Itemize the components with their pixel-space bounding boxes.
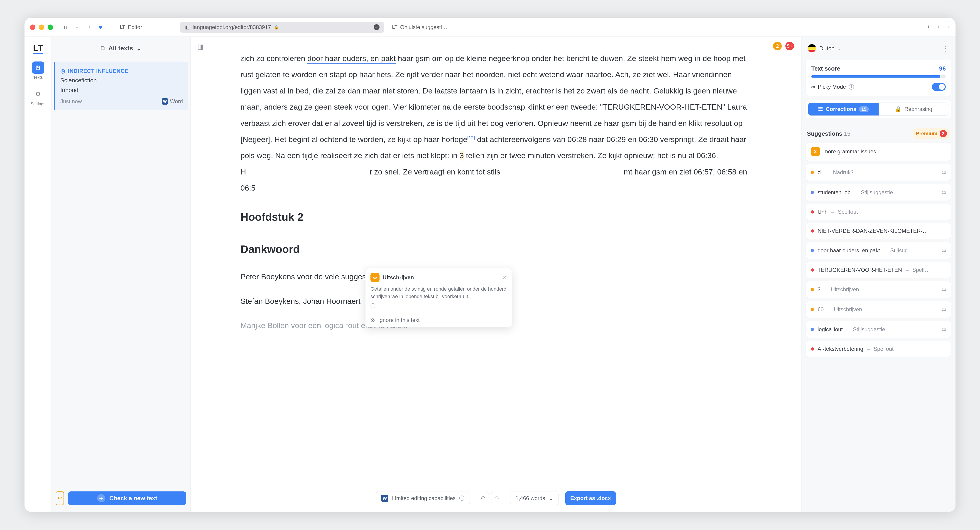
suggestion-text: Uhh: [818, 209, 827, 215]
picky-toggle[interactable]: [932, 83, 946, 91]
browser-window: ◧ ⌄ 〈 ⬢ LT Editor ◧ languagetool.org/edi…: [24, 18, 956, 512]
titlebar: ◧ ⌄ 〈 ⬢ LT Editor ◧ languagetool.org/edi…: [24, 18, 956, 37]
chevron-down-icon: ⌄: [136, 45, 141, 52]
export-button[interactable]: Export as .docx: [565, 491, 616, 505]
mode-tabs: ☰ Corrections 15 🔒 Rephrasing: [808, 103, 949, 116]
popover-footer[interactable]: ⊘ Ignore in this text: [366, 313, 512, 327]
suggestion-text: NIET-VERDER-DAN-ZEVEN-KILOMETER-…: [818, 228, 928, 234]
new-text-label: Check a new text: [109, 495, 157, 502]
tab-other[interactable]: LT Onjuiste suggesti…: [387, 22, 452, 33]
toolbar-right: ⤓ ⇪ ＋: [927, 25, 950, 30]
suggestion-item[interactable]: TERUGKEREN-VOOR-HET-ETEN – Spelf…: [805, 262, 951, 278]
sidebar: ⧉ All texts ⌄ ◷ INDIRECT INFLUENCE Scien…: [52, 37, 191, 512]
suggestion-item[interactable]: 2more grammar issues: [805, 142, 951, 161]
sidebar-footer: Pr ＋ Check a new text: [52, 485, 190, 512]
infinity-icon: ∞: [811, 84, 815, 90]
suggestions-header: Suggestions 15 Premium 2: [807, 128, 950, 139]
premium-pill[interactable]: Premium 2: [913, 128, 950, 139]
suggestion-item[interactable]: AI-tekstverbetering – Spelfout: [805, 341, 951, 357]
app-content: LT 🗎 Texts ⚙ Settings ⧉ All texts ⌄ ◷ IN…: [24, 37, 956, 512]
new-tab-icon[interactable]: ＋: [947, 25, 950, 30]
error-count[interactable]: 9+: [785, 41, 794, 51]
tab-bar: LT Editor ◧ languagetool.org/editor/8383…: [115, 22, 916, 33]
back-icon[interactable]: 〈: [85, 23, 92, 31]
doc-title: INDIRECT INFLUENCE: [68, 68, 129, 74]
doc-meta: Just now W Word: [60, 98, 183, 105]
undo-icon[interactable]: ↶: [477, 492, 489, 505]
corrections-count: 15: [859, 106, 869, 112]
reader-icon[interactable]: ⋯: [374, 24, 380, 30]
text: r zo snel. Ze vertraagt en komt tot stil…: [369, 167, 500, 176]
tab-current[interactable]: ◧ languagetool.org/editor/8383917 🔒 ⋯: [180, 22, 384, 33]
minimize-window[interactable]: [39, 24, 44, 30]
number-issue[interactable]: 3: [460, 151, 464, 161]
close-window[interactable]: [30, 24, 35, 30]
doc-line: Sciencefiction: [60, 77, 183, 84]
premium-badge[interactable]: Pr: [56, 492, 64, 505]
limited-label: Limited editing capabilities: [392, 495, 455, 501]
undo-redo: ↶ ↷: [477, 492, 503, 505]
sidebar-toggle-icon[interactable]: ◧: [61, 23, 69, 31]
app-logo[interactable]: LT: [33, 43, 43, 53]
export-label: Export as .docx: [570, 495, 611, 501]
download-icon[interactable]: ⤓: [927, 25, 930, 30]
tab-corrections[interactable]: ☰ Corrections 15: [808, 103, 878, 116]
suggestion-item[interactable]: Uhh – Spelfout: [805, 204, 951, 220]
info-icon[interactable]: ⓘ: [371, 302, 507, 309]
sidebar-header[interactable]: ⧉ All texts ⌄: [52, 37, 190, 60]
close-icon[interactable]: ✕: [503, 274, 507, 281]
issue-count-badge: 2: [811, 147, 820, 156]
footnote-ref[interactable]: [12]: [467, 135, 475, 140]
tab-rephrasing[interactable]: 🔒 Rephrasing: [878, 103, 949, 116]
suggestion-item[interactable]: door haar ouders, en pakt – Stijlsug…∞: [805, 242, 951, 259]
severity-dot: [811, 210, 814, 213]
word-count[interactable]: 1,466 words ⌄: [510, 491, 558, 505]
suggestion-hint: Spelfout: [838, 209, 858, 215]
doc-line: Inhoud: [60, 87, 183, 94]
rail-texts[interactable]: 🗎 Texts: [30, 62, 46, 80]
suggestion-hint: Stijlsuggestie: [861, 189, 893, 196]
document-card[interactable]: ◷ INDIRECT INFLUENCE Sciencefiction Inho…: [54, 62, 188, 110]
warning-count[interactable]: 2: [773, 41, 782, 51]
separator: –: [827, 306, 830, 313]
panel-toggle-icon[interactable]: ◨: [197, 43, 204, 51]
rail-label: Texts: [33, 75, 43, 80]
ignore-icon: ⊘: [371, 317, 375, 323]
suggestion-item[interactable]: 60 – Uitschrijven∞: [805, 301, 951, 318]
redo-icon[interactable]: ↷: [491, 492, 503, 505]
shield-icon[interactable]: ⬢: [97, 23, 104, 31]
tab-editor[interactable]: LT Editor: [115, 22, 177, 33]
language-selector[interactable]: Dutch ⌄ ⋮: [805, 37, 951, 60]
suggestion-item[interactable]: logica-fout – Stijlsuggestie∞: [805, 321, 951, 338]
infinity-icon: ∞: [942, 286, 946, 293]
suggestion-item[interactable]: NIET-VERDER-DAN-ZEVEN-KILOMETER-…: [805, 223, 951, 239]
spelling-issue[interactable]: TERUGKEREN-VOOR-HET-ETEN: [603, 103, 722, 112]
suggestion-item[interactable]: 3 – Uitschrijven∞: [805, 281, 951, 298]
new-text-button[interactable]: ＋ Check a new text: [68, 492, 186, 505]
text: zich zo controleren: [240, 54, 307, 63]
doc-source: Word: [170, 98, 183, 105]
suggestion-item[interactable]: studenten-job – Stijlsuggestie∞: [805, 184, 951, 201]
suggestion-hint: Nadruk?: [833, 169, 854, 176]
style-issue[interactable]: door haar ouders, en pakt: [307, 54, 396, 64]
severity-dot: [811, 249, 814, 252]
suggestion-popover: ∞ Uitschrijven ✕ Getallen onder de twint…: [365, 268, 512, 327]
heading: Dankwoord: [240, 238, 751, 261]
word-count-label: 1,466 words: [515, 495, 545, 501]
chevron-down-icon: ⌄: [838, 46, 841, 51]
doc-title-row: ◷ INDIRECT INFLUENCE: [60, 68, 183, 74]
chevron-down-icon[interactable]: ⌄: [73, 23, 81, 31]
separator: –: [846, 326, 850, 333]
lt-favicon-icon: LT: [392, 24, 398, 30]
suggestion-text: zij: [818, 169, 823, 176]
rail-settings[interactable]: ⚙ Settings: [30, 88, 46, 107]
limited-editing-notice[interactable]: W Limited editing capabilities ⓘ: [376, 491, 470, 505]
info-icon[interactable]: i: [849, 84, 854, 90]
suggestion-item[interactable]: zij – Nadruk?∞: [805, 164, 951, 181]
suggestion-hint: Spelf…: [912, 267, 930, 273]
severity-dot: [811, 229, 814, 232]
maximize-window[interactable]: [48, 24, 53, 30]
share-icon[interactable]: ⇪: [937, 25, 940, 30]
word-icon: W: [162, 98, 168, 105]
more-menu-icon[interactable]: ⋮: [942, 45, 949, 53]
